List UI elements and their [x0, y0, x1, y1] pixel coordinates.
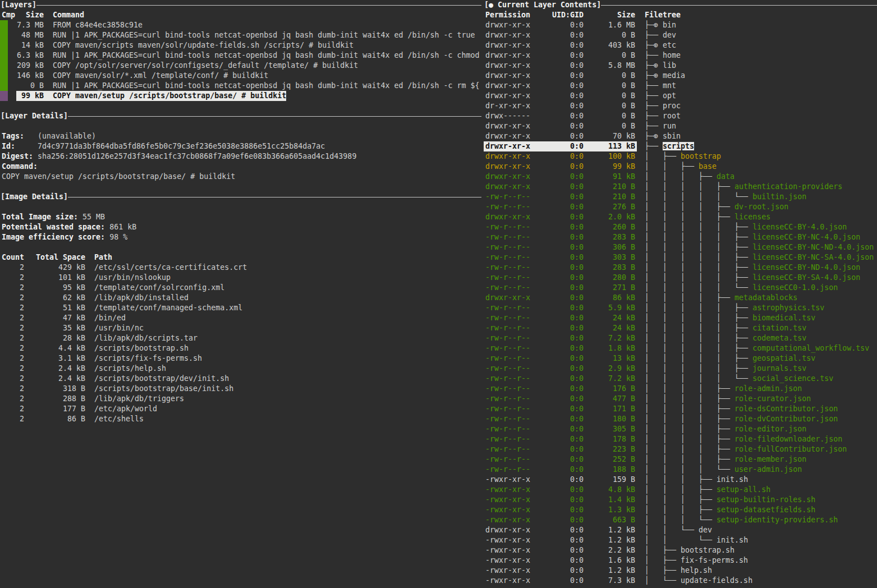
duplicate-file-row[interactable]: 23.1 kB/scripts/fix-fs-perms.sh: [0, 353, 481, 364]
filetree-row[interactable]: -rw-r--r--0:0260 B│ │ │ │ │ ├── licenseC…: [484, 222, 877, 232]
filetree-row[interactable]: -rw-r--r--0:0280 B│ │ │ │ │ ├── licenseC…: [484, 273, 877, 283]
filetree-row[interactable]: -rwxr-xr-x0:01.4 kB│ │ │ ├── setup-built…: [484, 495, 877, 505]
filetree-row[interactable]: drwxr-xr-x0:0113 kB├── scripts: [484, 141, 877, 151]
file-permission: -rw-r--r--: [485, 374, 551, 384]
layer-row[interactable]: 0 BRUN |1 APK_PACKAGES=curl bind-tools n…: [0, 81, 481, 91]
filetree-row[interactable]: -rw-r--r--0:0171 B│ │ │ │ ├── role-dsCon…: [484, 404, 877, 414]
filetree-row[interactable]: drwxr-xr-x0:01.6 MB├─⊕ bin: [484, 20, 877, 30]
file-name: citation.tsv: [752, 324, 806, 332]
duplicate-file-row[interactable]: 2177 B/etc/apk/world: [0, 404, 481, 414]
filetree-row[interactable]: -rw-r--r--0:0305 B│ │ │ │ ├── role-edito…: [484, 424, 877, 434]
duplicate-file-row[interactable]: 2429 kB/etc/ssl/certs/ca-certificates.cr…: [0, 263, 481, 273]
duplicate-file-row[interactable]: 2318 B/scripts/bootstrap/base/init.sh: [0, 384, 481, 394]
filetree-row[interactable]: drwxr-xr-x0:099 kB│ │ ├── base: [484, 162, 877, 172]
filetree-row[interactable]: -rw-r--r--0:0176 B│ │ │ │ ├── role-admin…: [484, 384, 877, 394]
filetree-row[interactable]: -rw-r--r--0:02.9 kB│ │ │ │ │ ├── journal…: [484, 364, 877, 374]
filetree-row[interactable]: -rw-r--r--0:05.9 kB│ │ │ │ │ ├── astroph…: [484, 303, 877, 313]
filetree-row[interactable]: -rwxr-xr-x0:04.8 kB│ │ │ ├── setup-all.s…: [484, 485, 877, 495]
duplicate-file-row[interactable]: 24.4 kB/scripts/bootstrap.sh: [0, 343, 481, 353]
filetree-row[interactable]: dr-xr-xr-x0:00 B├── proc: [484, 101, 877, 111]
layer-row[interactable]: 48 MBRUN |1 APK_PACKAGES=curl bind-tools…: [0, 30, 481, 40]
filetree-row[interactable]: drwxr-xr-x0:070 kB├─⊕ sbin: [484, 131, 877, 141]
duplicate-total-space: 288 B: [24, 394, 85, 404]
layer-row[interactable]: 6.3 kBRUN |1 APK_PACKAGES=curl bind-tool…: [0, 50, 481, 61]
filetree-row[interactable]: -rw-r--r--0:013 kB│ │ │ │ │ ├── geospati…: [484, 353, 877, 364]
filetree-row[interactable]: -rwxr-xr-x0:0663 B│ │ │ └── setup-identi…: [484, 515, 877, 525]
filetree-row[interactable]: drwx------0:00 B├── root: [484, 111, 877, 121]
filetree-row[interactable]: -rw-r--r--0:024 kB│ │ │ │ │ ├── biomedic…: [484, 313, 877, 323]
duplicate-file-row[interactable]: 247 kB/bin/ed: [0, 313, 481, 323]
duplicate-file-row[interactable]: 262 kB/lib/apk/db/installed: [0, 293, 481, 303]
filetree-row[interactable]: -rw-r--r--0:0276 B│ │ │ │ ├── dv-root.js…: [484, 202, 877, 212]
layer-row[interactable]: 7.3 MBFROM c84e4ec3858c91e: [0, 20, 481, 30]
duplicate-file-row[interactable]: 235 kB/usr/bin/nc: [0, 323, 481, 333]
duplicate-file-row[interactable]: 295 kB/template/conf/solrconfig.xml: [0, 283, 481, 293]
filetree-row[interactable]: -rw-r--r--0:0283 B│ │ │ │ │ ├── licenseC…: [484, 263, 877, 273]
tree-cell: │ │ │ │ │ ├── licenseCC-BY-NC-4.0.json: [645, 233, 860, 241]
filetree-row[interactable]: -rw-r--r--0:0223 B│ │ │ │ ├── role-fullC…: [484, 444, 877, 454]
duplicate-file-row[interactable]: 228 kB/lib/apk/db/scripts.tar: [0, 333, 481, 343]
filetree-row[interactable]: drwxr-xr-x0:0210 B│ │ │ │ ├── authentica…: [484, 182, 877, 192]
file-name: root: [663, 112, 681, 120]
filetree-row[interactable]: drwxr-xr-x0:05.8 MB├─⊕ lib: [484, 61, 877, 71]
filetree-row[interactable]: -rw-r--r--0:0180 B│ │ │ │ ├── role-dvCon…: [484, 414, 877, 424]
filetree-row[interactable]: -rwxr-xr-x0:07.3 kB│ └── update-fields.s…: [484, 576, 877, 586]
layer-row[interactable]: 99 kBCOPY maven/setup /scripts/bootstrap…: [0, 91, 481, 101]
filetree-row[interactable]: drwxr-xr-x0:00 B├── mnt: [484, 81, 877, 91]
file-size: 0 B: [584, 91, 635, 101]
filetree-row[interactable]: drwxr-xr-x0:01.2 kB│ │ └── dev: [484, 525, 877, 535]
layer-row[interactable]: 14 kBCOPY maven/scripts maven/solr/updat…: [0, 40, 481, 50]
layer-row[interactable]: 146 kBCOPY maven/solr/*.xml /template/co…: [0, 71, 481, 81]
filetree-row[interactable]: -rw-r--r--0:0477 B│ │ │ │ ├── role-curat…: [484, 394, 877, 404]
filetree-row[interactable]: -rw-r--r--0:07.2 kB│ │ │ │ │ ├── codemet…: [484, 333, 877, 343]
duplicate-file-row[interactable]: 286 B/etc/shells: [0, 414, 481, 424]
tree-branch-lines: │ │ │ │ ├──: [645, 293, 734, 302]
file-uid-gid: 0:0: [551, 232, 584, 242]
spacer: [8, 81, 16, 91]
duplicate-file-row[interactable]: 2288 B/lib/apk/db/triggers: [0, 394, 481, 404]
filetree-row-columns: -rw-r--r--0:0223 B: [484, 444, 637, 454]
filetree-row[interactable]: drwxr-xr-x0:00 B├── home: [484, 50, 877, 61]
duplicate-file-row[interactable]: 251 kB/template/conf/managed-schema.xml: [0, 303, 481, 313]
spacer-row: [0, 182, 481, 192]
filetree-row[interactable]: -rw-r--r--0:024 kB│ │ │ │ │ ├── citation…: [484, 323, 877, 333]
filetree-row[interactable]: -rw-r--r--0:0252 B│ │ │ │ ├── role-membe…: [484, 454, 877, 465]
filetree-row[interactable]: drwxr-xr-x0:00 B├─⊕ media: [484, 71, 877, 81]
filetree-row[interactable]: drwxr-xr-x0:00 B├── dev: [484, 30, 877, 40]
layer-row[interactable]: 209 kBCOPY /opt/solr/server/solr/configs…: [0, 61, 481, 71]
filetree-row[interactable]: drwxr-xr-x0:086 kB│ │ │ │ ├── metadatabl…: [484, 293, 877, 303]
filetree-row[interactable]: -rw-r--r--0:0283 B│ │ │ │ │ ├── licenseC…: [484, 232, 877, 242]
filetree-row[interactable]: -rwxr-xr-x0:0159 B│ │ │ ├── init.sh: [484, 475, 877, 485]
file-name: bin: [663, 21, 676, 29]
filetree-row[interactable]: -rwxr-xr-x0:01.3 kB│ │ │ ├── setup-datas…: [484, 505, 877, 515]
filetree-row[interactable]: drwxr-xr-x0:0403 kB├─⊕ etc: [484, 40, 877, 50]
filetree-row[interactable]: -rwxr-xr-x0:01.6 kB│ ├── fix-fs-perms.sh: [484, 555, 877, 566]
filetree-row[interactable]: -rw-r--r--0:0303 B│ │ │ │ │ ├── licenseC…: [484, 252, 877, 263]
filetree-row[interactable]: -rwxr-xr-x0:02.2 kB│ ├── bootstrap.sh: [484, 545, 877, 555]
filetree-row[interactable]: -rw-r--r--0:0188 B│ │ │ │ └── user-admin…: [484, 465, 877, 475]
tree-branch-lines: │ ├──: [645, 152, 681, 160]
duplicate-file-row[interactable]: 2101 kB/usr/bin/nslookup: [0, 273, 481, 283]
filetree-row-columns: -rw-r--r--0:013 kB: [484, 353, 637, 364]
filetree-row[interactable]: drwxr-xr-x0:02.0 kB│ │ │ │ ├── licenses: [484, 212, 877, 222]
filetree-row[interactable]: drwxr-xr-x0:091 kB│ │ │ ├── data: [484, 172, 877, 182]
filetree-row[interactable]: -rwxr-xr-x0:01.2 kB│ │ └── init.sh: [484, 535, 877, 545]
filetree-row[interactable]: -rw-r--r--0:0306 B│ │ │ │ │ ├── licenseC…: [484, 242, 877, 252]
filetree-row[interactable]: drwxr-xr-x0:00 B├── run: [484, 121, 877, 131]
duplicate-file-row[interactable]: 22.4 kB/scripts/help.sh: [0, 364, 481, 374]
filetree-row[interactable]: -rw-r--r--0:0178 B│ │ │ │ ├── role-filed…: [484, 434, 877, 444]
filetree-row[interactable]: -rw-r--r--0:0210 B│ │ │ │ │ └── builtin.…: [484, 192, 877, 202]
filetree-row[interactable]: drwxr-xr-x0:00 B├── opt: [484, 91, 877, 101]
file-size: 100 kB: [584, 151, 635, 162]
file-size: 188 B: [584, 465, 635, 475]
filetree-row-columns: drwxr-xr-x0:091 kB: [484, 172, 637, 182]
duplicate-file-row[interactable]: 22.4 kB/scripts/bootstrap/dev/init.sh: [0, 374, 481, 384]
filetree-row[interactable]: -rwxr-xr-x0:01.2 kB│ ├── help.sh: [484, 566, 877, 576]
filetree-row[interactable]: drwxr-xr-x0:0100 kB│ ├── bootstrap: [484, 151, 877, 162]
duplicate-path: /lib/apk/db/scripts.tar: [94, 334, 198, 342]
tree-cell: │ │ │ │ │ └── licenseCC0-1.0.json: [645, 283, 838, 292]
filetree-row[interactable]: -rw-r--r--0:01.8 kB│ │ │ │ │ ├── computa…: [484, 343, 877, 353]
filetree-row[interactable]: -rw-r--r--0:07.2 kB│ │ │ │ │ └── social_…: [484, 374, 877, 384]
filetree-row[interactable]: -rw-r--r--0:0271 B│ │ │ │ │ └── licenseC…: [484, 283, 877, 293]
spacer-row: [0, 242, 481, 252]
